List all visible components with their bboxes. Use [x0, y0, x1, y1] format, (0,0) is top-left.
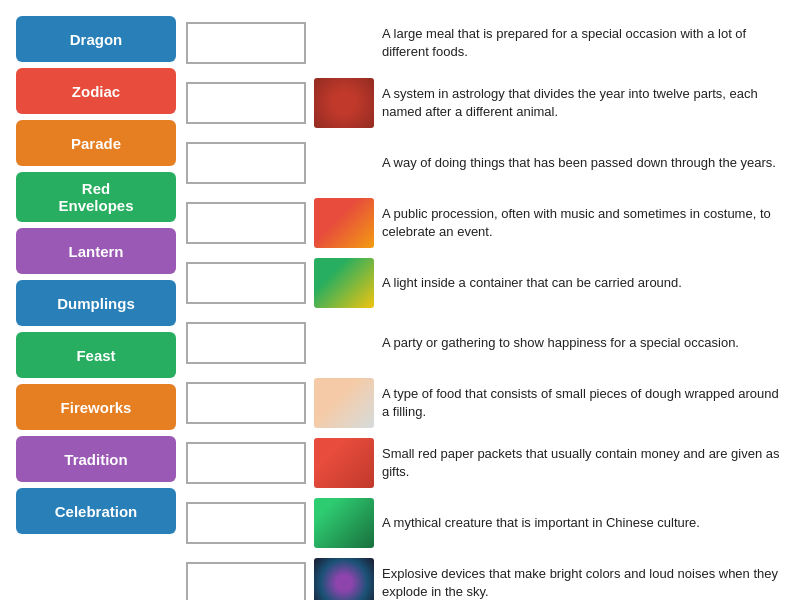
word-btn-celebration[interactable]: Celebration [16, 488, 176, 534]
lantern-image [314, 258, 374, 308]
answer-input-6[interactable] [186, 322, 306, 364]
definition-text-5: A light inside a container that can be c… [382, 274, 784, 292]
fireworks-image [314, 558, 374, 600]
image-dumplings [314, 378, 374, 428]
match-row-9: A mythical creature that is important in… [186, 496, 784, 550]
answer-input-10[interactable] [186, 562, 306, 600]
image-dragon [314, 498, 374, 548]
definition-text-3: A way of doing things that has been pass… [382, 154, 784, 172]
image-red-envelopes [314, 438, 374, 488]
definition-text-4: A public procession, often with music an… [382, 205, 784, 241]
definition-text-2: A system in astrology that divides the y… [382, 85, 784, 121]
match-row-4: A public procession, often with music an… [186, 196, 784, 250]
word-btn-parade[interactable]: Parade [16, 120, 176, 166]
definition-text-1: A large meal that is prepared for a spec… [382, 25, 784, 61]
match-row-8: Small red paper packets that usually con… [186, 436, 784, 490]
dumplings-image [314, 378, 374, 428]
word-btn-fireworks[interactable]: Fireworks [16, 384, 176, 430]
word-btn-red-envelopes[interactable]: RedEnvelopes [16, 172, 176, 222]
match-row-7: A type of food that consists of small pi… [186, 376, 784, 430]
word-btn-lantern[interactable]: Lantern [16, 228, 176, 274]
parade-image [314, 198, 374, 248]
image-fireworks [314, 558, 374, 600]
match-row-2: A system in astrology that divides the y… [186, 76, 784, 130]
answer-input-4[interactable] [186, 202, 306, 244]
zodiac-image [314, 78, 374, 128]
match-row-1: A large meal that is prepared for a spec… [186, 16, 784, 70]
word-btn-dumplings[interactable]: Dumplings [16, 280, 176, 326]
word-btn-tradition[interactable]: Tradition [16, 436, 176, 482]
answer-input-3[interactable] [186, 142, 306, 184]
image-zodiac [314, 78, 374, 128]
definition-text-8: Small red paper packets that usually con… [382, 445, 784, 481]
answer-input-9[interactable] [186, 502, 306, 544]
image-parade [314, 198, 374, 248]
dragon-image [314, 498, 374, 548]
answer-input-8[interactable] [186, 442, 306, 484]
definition-text-10: Explosive devices that make bright color… [382, 565, 784, 600]
definition-text-9: A mythical creature that is important in… [382, 514, 784, 532]
answer-input-5[interactable] [186, 262, 306, 304]
match-row-5: A light inside a container that can be c… [186, 256, 784, 310]
match-row-6: A party or gathering to show happiness f… [186, 316, 784, 370]
word-btn-dragon[interactable]: Dragon [16, 16, 176, 62]
match-row-10: Explosive devices that make bright color… [186, 556, 784, 600]
answer-input-7[interactable] [186, 382, 306, 424]
answer-input-1[interactable] [186, 22, 306, 64]
word-buttons-column: Dragon Zodiac Parade RedEnvelopes Lanter… [16, 16, 176, 584]
definition-text-6: A party or gathering to show happiness f… [382, 334, 784, 352]
definition-text-7: A type of food that consists of small pi… [382, 385, 784, 421]
word-btn-zodiac[interactable]: Zodiac [16, 68, 176, 114]
match-row-3: A way of doing things that has been pass… [186, 136, 784, 190]
red-envelopes-image [314, 438, 374, 488]
image-lantern [314, 258, 374, 308]
word-btn-feast[interactable]: Feast [16, 332, 176, 378]
answer-input-2[interactable] [186, 82, 306, 124]
definitions-column: A large meal that is prepared for a spec… [186, 16, 784, 584]
